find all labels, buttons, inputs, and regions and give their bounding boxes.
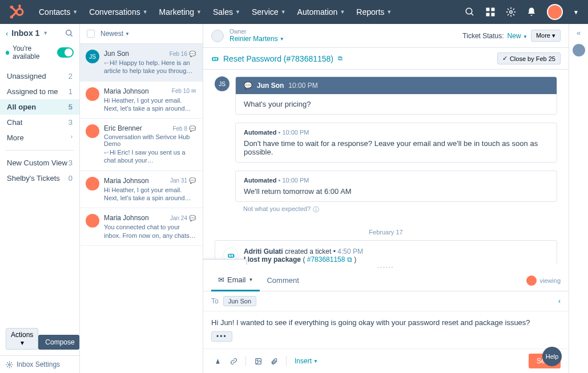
automated-message: Automated • 10:00 PM We'll return tomorr… [235, 171, 557, 202]
viewing-label: viewing [539, 277, 561, 284]
channel-dropdown: Call› Chat Email [203, 259, 247, 265]
channel-icon: 💬 [189, 215, 196, 221]
thread-scroll[interactable]: JS 💬 Jun Son 10:00 PM What's your pricin… [203, 70, 569, 265]
ticket-created-event: 🎟 Adriti Gulati created a ticket • 4:50 … [215, 240, 557, 265]
ticket-status-dropdown[interactable]: New ▼ [508, 32, 527, 40]
ticket-icon: 🎟 [211, 54, 219, 63]
notifications-icon[interactable] [526, 7, 537, 17]
conversation-list-panel: Newest▼ JS Jun SonFeb 16 💬 ↩Hi! Happy to… [80, 24, 203, 373]
owner-dropdown[interactable]: Reinier Martens▼ [229, 35, 284, 43]
date-separator: February 17 [215, 229, 557, 236]
settings-icon[interactable] [506, 7, 516, 17]
nav-shelbys-tickets[interactable]: Shelby's Tickets0 [0, 171, 79, 186]
availability-toggle[interactable] [57, 47, 74, 58]
composer-resize-handle[interactable]: ▪▪▪▪▪▪ [203, 265, 569, 270]
svg-line-15 [70, 34, 72, 36]
select-all-checkbox[interactable] [87, 30, 95, 38]
owner-label: Owner [229, 29, 284, 35]
nav-service[interactable]: Service▼ [246, 7, 292, 17]
tab-email[interactable]: ✉Email▼ [211, 270, 260, 291]
marketplace-icon[interactable] [485, 7, 496, 17]
conversation-item[interactable]: JS Jun SonFeb 16 💬 ↩Hi! Happy to help. H… [80, 44, 203, 82]
svg-rect-12 [492, 13, 495, 17]
nav-automation[interactable]: Automation▼ [292, 7, 351, 17]
external-link-icon[interactable]: ⧉ [338, 55, 343, 62]
account-avatar[interactable] [547, 4, 563, 20]
svg-line-8 [471, 13, 473, 15]
channel-icon: 💬 [189, 125, 196, 132]
account-chevron-icon[interactable]: ▼ [573, 9, 579, 15]
svg-rect-10 [492, 8, 495, 11]
link-icon[interactable] [227, 355, 240, 367]
more-button[interactable]: More ▾ [531, 30, 561, 42]
inbox-dropdown-icon[interactable]: ▼ [43, 30, 48, 36]
nav-unassigned[interactable]: Unassigned2 [0, 68, 79, 84]
top-nav: Contacts▼ Conversations▼ Marketing▼ Sale… [0, 0, 588, 24]
nav-chat[interactable]: Chat3 [0, 115, 79, 130]
search-inbox-icon[interactable] [65, 29, 74, 38]
svg-point-16 [9, 363, 10, 365]
inbox-nav: Unassigned2 Assigned to me1 All open5 Ch… [0, 66, 79, 188]
actions-button[interactable]: Actions ▾ [6, 328, 38, 350]
to-label: To [211, 297, 219, 305]
tab-comment[interactable]: Comment [260, 270, 305, 290]
attachment-icon[interactable] [268, 355, 280, 367]
conversation-item[interactable]: Maria JohnsonJan 31 💬 Hi Heather, I got … [80, 171, 203, 209]
rail-avatar[interactable] [573, 44, 585, 56]
availability-dot [6, 51, 9, 55]
font-style-icon[interactable] [211, 355, 224, 367]
compose-editor[interactable]: Hi Jun! I wanted to see if everything is… [203, 311, 569, 348]
back-icon[interactable]: ‹ [6, 29, 8, 38]
right-rail: « [569, 24, 588, 373]
automated-message: Automated • 10:00 PM Don't have time to … [235, 123, 557, 163]
nav-conversations[interactable]: Conversations▼ [83, 7, 153, 17]
image-icon[interactable] [252, 355, 264, 367]
conversation-avatar [86, 87, 99, 101]
insert-dropdown[interactable]: Insert▼ [295, 357, 318, 365]
nav-contacts[interactable]: Contacts▼ [33, 7, 83, 17]
search-icon[interactable] [465, 7, 475, 17]
svg-point-14 [66, 30, 71, 35]
recipient-chip[interactable]: Jun Son [223, 296, 256, 306]
collapse-recipients-icon[interactable]: ‹ [558, 297, 561, 305]
composer-tabs: ✉Email▼ Comment viewing [203, 270, 569, 291]
ticket-link[interactable]: #783681158 ⧉ [307, 256, 352, 263]
svg-point-18 [256, 359, 257, 360]
channel-icon: ✉ [191, 88, 196, 94]
ticket-title[interactable]: Reset Password (#783681158) [223, 54, 333, 63]
sort-dropdown[interactable]: Newest▼ [100, 30, 130, 38]
nav-reports[interactable]: Reports▼ [351, 7, 397, 17]
not-expected-link[interactable]: Not what you expected?ⓘ [235, 205, 557, 214]
close-by-button[interactable]: ✓Close by Feb 25 [497, 52, 561, 64]
nav-all-open[interactable]: All open5 [0, 99, 79, 115]
owner-avatar [211, 30, 224, 42]
conversation-avatar [86, 124, 99, 138]
conversation-avatar: JS [86, 50, 99, 63]
expand-rail-icon[interactable]: « [577, 29, 581, 37]
conversation-item[interactable]: Maria JohnsonJan 24 💬 You connected chat… [80, 208, 203, 246]
compose-button[interactable]: Compose [38, 335, 79, 350]
availability-text: You're available [13, 44, 54, 60]
quoted-content-toggle[interactable]: ••• [211, 331, 232, 342]
ticket-status-label: Ticket Status: [462, 32, 504, 40]
svg-point-2 [10, 6, 13, 9]
dropdown-call[interactable]: Call› [203, 262, 246, 265]
hubspot-logo[interactable] [9, 5, 24, 19]
inbox-title[interactable]: Inbox 1 [11, 29, 39, 38]
nav-sales[interactable]: Sales▼ [207, 7, 246, 17]
viewer-avatar [526, 275, 537, 286]
nav-assigned-to-me[interactable]: Assigned to me1 [0, 84, 79, 99]
svg-rect-9 [486, 8, 490, 11]
nav-more[interactable]: More› [0, 130, 79, 145]
visitor-avatar: JS [215, 76, 229, 91]
conversation-item[interactable]: Maria JohnsonFeb 10 ✉ Hi Heather, I got … [80, 82, 203, 119]
inbox-settings-link[interactable]: Inbox Settings [0, 355, 79, 373]
conversation-item[interactable]: Eric BrennerFeb 8 💬 Conversation with Se… [80, 119, 203, 171]
svg-point-7 [466, 8, 472, 14]
svg-point-13 [510, 11, 513, 14]
help-button[interactable]: Help [542, 347, 562, 366]
nav-marketing[interactable]: Marketing▼ [154, 7, 207, 17]
nav-custom-view[interactable]: New Custom View3 [0, 155, 79, 171]
svg-point-0 [17, 9, 23, 15]
channel-icon: 💬 [189, 51, 196, 57]
